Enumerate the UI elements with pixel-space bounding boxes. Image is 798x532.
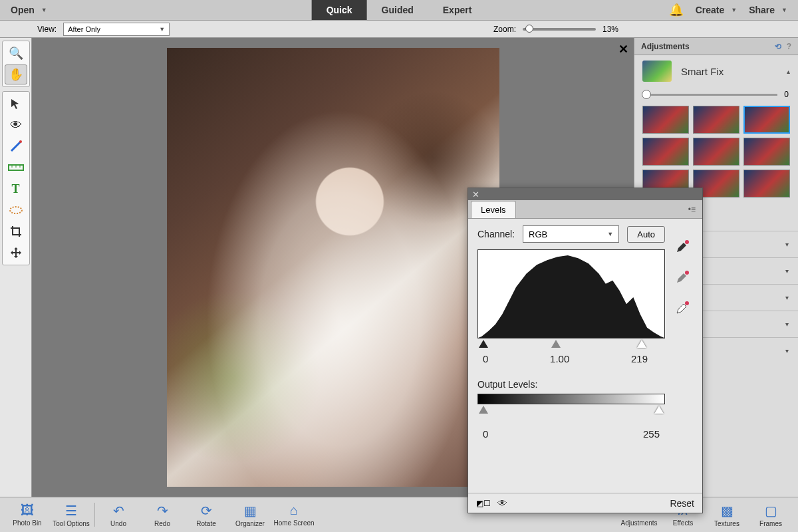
output-label: Output Levels:: [477, 379, 665, 390]
mid-point-slider[interactable]: [551, 340, 561, 348]
type-tool[interactable]: T: [5, 179, 27, 199]
hand-tool[interactable]: ✋: [5, 65, 27, 84]
zoom-group: Zoom: 13%: [493, 25, 618, 34]
zoom-slider[interactable]: [523, 28, 596, 31]
white-eyedropper[interactable]: [673, 299, 692, 317]
smartfix-icon: [642, 61, 672, 82]
svg-point-1: [19, 140, 22, 143]
tool-options-button[interactable]: ☰Tool Options: [49, 497, 93, 532]
chevron-down-icon: ▼: [159, 26, 165, 33]
clip-icon[interactable]: ◩☐: [476, 499, 491, 508]
close-document-icon[interactable]: ✕: [618, 42, 628, 57]
tool-column: 🔍 ✋ 👁 T: [0, 38, 32, 497]
organizer-button[interactable]: ▦Organizer: [228, 497, 272, 532]
menu-bar: Open ▼ Quick Guided Expert 🔔 Create▼ Sha…: [0, 0, 798, 21]
dialog-menu-icon[interactable]: •≡: [682, 205, 702, 214]
levels-tab[interactable]: Levels: [471, 201, 516, 218]
move-tool[interactable]: [5, 243, 27, 263]
chevron-down-icon: ▾: [785, 321, 789, 328]
svg-line-0: [11, 142, 21, 151]
zoom-slider-thumb[interactable]: [525, 25, 533, 33]
svg-point-8: [685, 271, 689, 275]
document-image: [167, 48, 499, 487]
smartfix-slider[interactable]: 0: [634, 87, 798, 106]
zoom-value: 13%: [602, 25, 618, 34]
preset-thumb[interactable]: [743, 170, 790, 198]
output-white-value: 255: [643, 428, 660, 440]
textures-icon: ▩: [721, 503, 733, 519]
output-black-slider[interactable]: [479, 406, 488, 414]
tab-expert[interactable]: Expert: [428, 0, 487, 20]
organizer-icon: ▦: [244, 503, 257, 519]
output-black-value: 0: [483, 428, 488, 440]
open-menu[interactable]: Open ▼: [0, 0, 58, 20]
preset-thumb[interactable]: [642, 106, 689, 134]
input-black-value: 0: [483, 353, 488, 364]
home-icon: ⌂: [290, 503, 298, 518]
slider-thumb[interactable]: [642, 90, 651, 99]
spot-heal-tool[interactable]: [5, 200, 27, 220]
photo-bin-button[interactable]: 🖼Photo Bin: [5, 497, 49, 532]
dialog-footer: ◩☐ 👁 Reset: [468, 493, 702, 513]
smartfix-value: 0: [784, 90, 789, 99]
undo-icon: ↶: [113, 503, 124, 519]
auto-levels-button[interactable]: Auto: [627, 226, 665, 243]
chevron-up-icon: ▴: [787, 68, 790, 75]
preset-thumb[interactable]: [642, 138, 689, 166]
preset-thumb[interactable]: [693, 138, 739, 166]
photo-bin-icon: 🖼: [21, 503, 34, 518]
right-controls: 🔔 Create▼ Share▼: [669, 0, 798, 20]
close-icon[interactable]: ✕: [472, 190, 479, 200]
whiten-tool[interactable]: [5, 136, 27, 156]
undo-button[interactable]: ↶Undo: [96, 497, 140, 532]
preview-toggle-icon[interactable]: 👁: [497, 497, 507, 509]
eye-tool[interactable]: 👁: [5, 115, 27, 135]
straighten-tool[interactable]: [5, 158, 27, 178]
dialog-titlebar[interactable]: ✕: [468, 188, 702, 200]
help-icon[interactable]: ?: [787, 42, 791, 51]
chevron-down-icon: ▼: [607, 231, 613, 237]
svg-point-9: [685, 301, 689, 305]
preset-thumb[interactable]: [693, 106, 739, 134]
textures-btn[interactable]: ▩Textures: [705, 503, 749, 527]
smartfix-section[interactable]: Smart Fix ▴: [634, 55, 798, 87]
open-label: Open: [11, 5, 35, 15]
input-white-value: 219: [631, 353, 648, 364]
preset-thumb[interactable]: [743, 138, 790, 166]
black-eyedropper[interactable]: [673, 237, 692, 256]
reset-button[interactable]: Reset: [670, 498, 694, 509]
input-sliders: [477, 340, 665, 348]
black-point-slider[interactable]: [479, 340, 488, 348]
notifications-icon[interactable]: 🔔: [669, 3, 684, 17]
options-bar: View: After Only ▼ Zoom: 13%: [0, 21, 798, 38]
tab-guided[interactable]: Guided: [367, 0, 428, 20]
share-menu[interactable]: Share▼: [749, 5, 787, 15]
redo-icon: ↷: [157, 503, 168, 519]
white-point-slider[interactable]: [637, 340, 646, 348]
levels-dialog[interactable]: ✕ Levels •≡ Channel: RGB ▼ Auto: [467, 188, 703, 513]
quick-select-tool[interactable]: [5, 94, 27, 114]
channel-select[interactable]: RGB ▼: [523, 225, 619, 243]
chevron-down-icon: ▼: [41, 7, 47, 13]
preset-thumb[interactable]: [743, 106, 790, 134]
svg-point-7: [685, 240, 689, 244]
reset-panel-icon[interactable]: ⟲: [775, 42, 781, 51]
home-button[interactable]: ⌂Home Screen: [272, 497, 316, 532]
svg-point-6: [10, 207, 22, 213]
create-menu[interactable]: Create▼: [696, 5, 737, 15]
chevron-down-icon: ▾: [785, 294, 789, 301]
adjustments-header: Adjustments ⟲ ?: [634, 38, 798, 55]
frames-btn[interactable]: ▢Frames: [749, 503, 793, 527]
tab-quick[interactable]: Quick: [312, 0, 367, 20]
input-mid-value: 1.00: [550, 353, 569, 364]
zoom-tool[interactable]: 🔍: [5, 43, 27, 63]
output-white-slider[interactable]: [654, 406, 664, 414]
gray-eyedropper[interactable]: [673, 268, 692, 287]
chevron-down-icon: ▾: [785, 267, 789, 275]
redo-button[interactable]: ↷Redo: [140, 497, 184, 532]
channel-label: Channel:: [477, 229, 515, 239]
view-select[interactable]: After Only ▼: [63, 23, 170, 36]
crop-tool[interactable]: [5, 221, 27, 241]
rotate-button[interactable]: ⟳Rotate: [184, 497, 228, 532]
zoom-label: Zoom:: [493, 25, 516, 34]
